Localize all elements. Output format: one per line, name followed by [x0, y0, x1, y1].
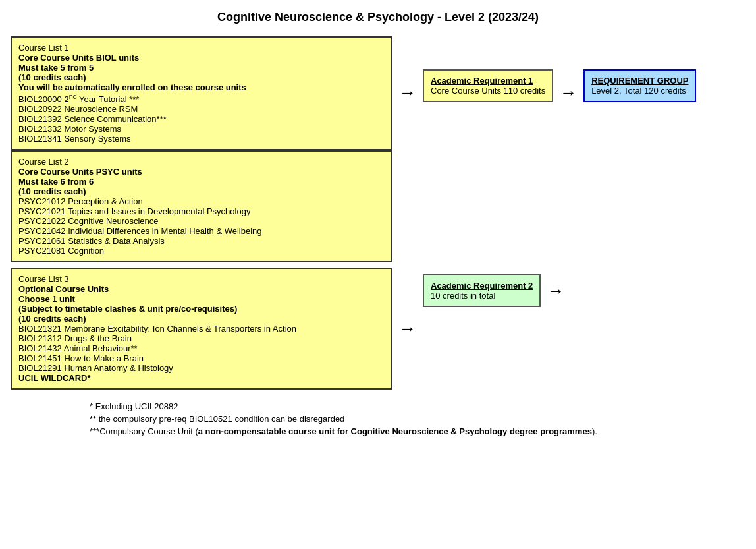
academic-req-2-body: 10 credits in total — [431, 291, 533, 301]
academic-req-2-box: Academic Requirement 2 10 credits in tot… — [423, 274, 541, 307]
footnotes-section: * Excluding UCIL20882 ** the compulsory … — [11, 401, 745, 436]
course-list-2-rule: Must take 6 from 6 — [18, 177, 385, 187]
arrow-3: → — [392, 318, 423, 339]
list-item: PSYC21081 Cognition — [18, 246, 385, 256]
list-item: BIOL21451 How to Make a Brain — [18, 353, 385, 363]
requirement-group-box: REQUIREMENT GROUP Level 2, Total 120 cre… — [583, 69, 696, 102]
course-list-2-items: PSYC21012 Perception & Action PSYC21021 … — [18, 196, 385, 256]
list-item: BIOL20922 Neuroscience RSM — [18, 104, 385, 114]
list-item: PSYC21021 Topics and Issues in Developme… — [18, 206, 385, 216]
footnote-3-text: ***Compulsory Course Unit (a non-compens… — [90, 426, 597, 436]
course-list-1-box: Course List 1 Core Course Units BIOL uni… — [11, 36, 392, 150]
requirement-group-body: Level 2, Total 120 credits — [591, 86, 688, 96]
list-item: BIOL21291 Human Anatomy & Histology — [18, 363, 385, 373]
course-list-1-subheading: Core Course Units BIOL units — [18, 53, 385, 63]
left-column-top: Course List 1 Core Course Units BIOL uni… — [11, 36, 392, 262]
course-list-3-credits: (10 credits each) — [18, 314, 385, 324]
list-item: BIOL21312 Drugs & the Brain — [18, 333, 385, 343]
course-list-2-heading: Course List 2 — [18, 157, 385, 167]
list-item: PSYC21022 Cognitive Neuroscience — [18, 216, 385, 226]
arrow-2: → — [553, 82, 583, 103]
course-list-1-note: You will be automatically enrolled on th… — [18, 82, 385, 92]
bottom-section: Course List 3 Optional Course Units Choo… — [11, 268, 745, 390]
list-item: BIOL21392 Science Communication*** — [18, 114, 385, 124]
main-layout: Course List 1 Core Course Units BIOL uni… — [11, 36, 745, 390]
requirement-group-title: REQUIREMENT GROUP — [591, 76, 688, 86]
course-list-1-items: BIOL20000 2nd Year Tutorial *** BIOL2092… — [18, 92, 385, 144]
footnote-2: ** the compulsory pre-req BIOL10521 cond… — [90, 414, 745, 424]
course-list-1-heading: Course List 1 — [18, 43, 385, 53]
list-item: BIOL21321 Membrane Excitability: Ion Cha… — [18, 324, 385, 333]
course-list-3-box: Course List 3 Optional Course Units Choo… — [11, 268, 392, 390]
course-list-1-credits: (10 credits each) — [18, 72, 385, 82]
list-item: PSYC21061 Statistics & Data Analysis — [18, 236, 385, 246]
list-item-wildcard: UCIL WILDCARD* — [18, 373, 385, 383]
list-item: BIOL21341 Sensory Systems — [18, 134, 385, 144]
list-item: BIOL20000 2nd Year Tutorial *** — [18, 92, 385, 104]
list-item: BIOL21432 Animal Behaviour** — [18, 343, 385, 353]
course-list-3-heading: Course List 3 — [18, 274, 385, 284]
list-item: PSYC21012 Perception & Action — [18, 196, 385, 206]
footnote-3: ***Compulsory Course Unit (a non-compens… — [90, 426, 745, 436]
footnote-1: * Excluding UCIL20882 — [90, 401, 745, 411]
course-list-3-note1: (Subject to timetable clashes & unit pre… — [18, 304, 385, 314]
academic-req-1-title: Academic Requirement 1 — [431, 76, 545, 86]
arrow-4: → — [541, 281, 571, 301]
academic-req-1-box: Academic Requirement 1 Core Course Units… — [423, 69, 553, 102]
course-list-3-rule: Choose 1 unit — [18, 294, 385, 304]
list-item: BIOL21332 Motor Systems — [18, 124, 385, 134]
arrow-1: → — [392, 82, 423, 103]
academic-req-2-title: Academic Requirement 2 — [431, 281, 533, 291]
list-item: PSYC21042 Individual Differences in Ment… — [18, 226, 385, 236]
course-list-3-subheading: Optional Course Units — [18, 284, 385, 294]
course-list-3-items: BIOL21321 Membrane Excitability: Ion Cha… — [18, 324, 385, 383]
top-section: Course List 1 Core Course Units BIOL uni… — [11, 36, 745, 262]
academic-req-1-body: Core Course Units 110 credits — [431, 86, 545, 96]
course-list-2-box: Course List 2 Core Course Units PSYC uni… — [11, 150, 392, 262]
course-list-1-rule: Must take 5 from 5 — [18, 63, 385, 72]
course-list-2-credits: (10 credits each) — [18, 187, 385, 196]
course-list-2-subheading: Core Course Units PSYC units — [18, 167, 385, 177]
page-title: Cognitive Neuroscience & Psychology - Le… — [11, 11, 745, 24]
